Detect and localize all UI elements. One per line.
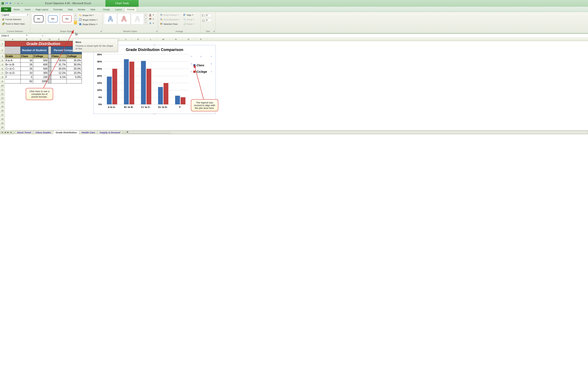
wordart-launcher-icon[interactable]: ◢ — [156, 30, 157, 32]
row-header[interactable]: 15 — [0, 104, 5, 109]
align-button[interactable]: Align ▼ — [183, 13, 196, 17]
table-cell[interactable]: 26 — [21, 62, 33, 67]
table-cell[interactable]: A to A- — [5, 58, 21, 62]
sheet-tab[interactable]: Class Grades — [33, 131, 54, 134]
table-cell[interactable]: 30.0% — [67, 62, 82, 67]
selection-pane-button[interactable]: Selection Pane — [159, 22, 181, 26]
col-header[interactable]: E — [51, 38, 67, 41]
table-cell[interactable]: F — [5, 75, 21, 79]
row-header[interactable]: 12 — [0, 92, 5, 96]
table-cell[interactable]: 10 — [21, 71, 33, 75]
row-header[interactable]: 9 — [0, 79, 5, 83]
qat-dropdown-icon[interactable]: ▼ — [20, 2, 24, 5]
text-outline-button[interactable]: A▼ — [148, 17, 155, 21]
sheet-tab[interactable]: Grade Distribution — [53, 131, 80, 134]
horizontal-scrollbar[interactable]: ◀ — [126, 131, 588, 134]
col-header[interactable]: J — [119, 38, 132, 41]
send-backward-button[interactable]: Send Backward ▼ — [159, 18, 181, 21]
col-header[interactable]: K — [132, 38, 145, 41]
name-box[interactable]: Chart 3▼ — [0, 34, 29, 37]
wordart-style-3[interactable]: A — [131, 13, 144, 24]
shape-width-input[interactable] — [205, 19, 212, 22]
row-header[interactable]: 7 — [0, 71, 5, 75]
sheet-nav-prev-icon[interactable]: ◀ — [4, 131, 6, 133]
row-header[interactable]: 8 — [0, 75, 5, 79]
wordart-style-2[interactable]: A — [117, 13, 130, 24]
tab-view[interactable]: View — [88, 7, 98, 12]
sheet-tab[interactable]: Supply & Demand — [97, 131, 123, 134]
rotate-button[interactable]: Rotate ▼ — [183, 22, 196, 26]
row-header[interactable]: 14 — [0, 100, 5, 104]
table-cell[interactable]: 5.0% — [67, 75, 82, 79]
col-header[interactable]: A — [5, 38, 21, 41]
worksheet[interactable]: ABCDEFGHIJKLMNOP 12345678910111213141516… — [0, 38, 588, 134]
row-header[interactable]: 2 — [0, 47, 5, 54]
shape-height-input[interactable] — [205, 14, 212, 17]
table-cell[interactable]: 30.5% — [51, 67, 67, 71]
shape-style-2[interactable]: Abc — [46, 13, 60, 24]
tab-format[interactable]: Format — [125, 7, 137, 12]
table-cell[interactable]: 15.0% — [67, 71, 82, 75]
table-cell[interactable]: 500 — [33, 67, 48, 71]
table-cell[interactable]: C+ to C- — [5, 67, 21, 71]
gallery-up-button[interactable]: ▲ — [74, 13, 77, 17]
row-header[interactable]: 3 — [0, 54, 5, 58]
col-header[interactable]: O — [182, 38, 195, 41]
sheet-nav-last-icon[interactable]: ⏭ — [10, 131, 12, 133]
tab-data[interactable]: Data — [65, 7, 75, 12]
table-cell[interactable]: 5 — [21, 75, 33, 79]
col-header[interactable]: P — [195, 38, 207, 41]
file-tab[interactable]: File — [1, 7, 11, 12]
table-cell[interactable]: B+ to B- — [5, 62, 21, 67]
table-cell[interactable]: 25.0% — [67, 67, 82, 71]
save-icon[interactable] — [5, 2, 8, 5]
table-cell[interactable]: 16 — [21, 58, 33, 62]
bring-forward-button[interactable]: Bring Forward ▼ — [159, 13, 181, 17]
undo-icon[interactable] — [9, 2, 12, 5]
fx-label[interactable]: fx — [40, 35, 45, 37]
gallery-down-button[interactable]: ▼ — [74, 17, 77, 20]
col-header[interactable]: M — [157, 38, 170, 41]
sheet-tab[interactable]: Health Care — [79, 131, 98, 134]
wordart-gallery-down[interactable]: ▼ — [144, 17, 147, 20]
row-header[interactable]: 17 — [0, 113, 5, 117]
col-header[interactable]: D — [48, 38, 51, 41]
table-cell[interactable]: 12.2% — [51, 71, 67, 75]
shape-style-3[interactable]: Abc — [60, 13, 74, 24]
table-cell[interactable]: 19.5% — [51, 58, 67, 62]
row-header[interactable]: 16 — [0, 109, 5, 113]
shape-outline-button[interactable]: Shape Outline ▼ — [78, 18, 98, 21]
size-launcher-icon[interactable]: ◢ — [213, 30, 215, 32]
shape-fill-button[interactable]: Shape Fill ▼ — [78, 13, 98, 17]
table-cell[interactable]: 500 — [33, 58, 48, 62]
table-cell[interactable] — [5, 79, 21, 83]
print-icon[interactable] — [16, 2, 20, 5]
wordart-style-1[interactable]: A — [104, 13, 117, 24]
row-header[interactable]: 6 — [0, 67, 5, 71]
text-effects-button[interactable]: A▼ — [148, 21, 155, 25]
table-cell[interactable]: 31.7% — [51, 62, 67, 67]
col-header[interactable]: C — [33, 38, 48, 41]
col-header[interactable]: B — [21, 38, 33, 41]
chart-element-dropdown[interactable]: Legend▼ — [1, 13, 29, 17]
tab-home[interactable]: Home — [11, 7, 22, 12]
table-cell[interactable]: 100 — [33, 75, 48, 79]
row-header[interactable]: 18 — [0, 117, 5, 121]
wordart-gallery-up[interactable]: ▲ — [144, 13, 147, 17]
wordart-gallery-more[interactable]: ▾ — [144, 20, 147, 24]
row-header[interactable]: 20 — [0, 125, 5, 130]
excel-icon[interactable]: X — [1, 2, 4, 5]
row-header[interactable]: 11 — [0, 88, 5, 92]
sheet-nav-first-icon[interactable]: ⏮ — [1, 131, 4, 133]
row-header[interactable]: 19 — [0, 121, 5, 125]
tab-design[interactable]: Design — [100, 7, 113, 12]
tab-formulas[interactable]: Formulas — [51, 7, 65, 12]
group-button[interactable]: Group ▼ — [183, 18, 196, 21]
shape-styles-launcher-icon[interactable]: ◢ — [100, 30, 102, 32]
sheet-nav-next-icon[interactable]: ▶ — [7, 131, 9, 133]
table-cell[interactable]: 6.1% — [51, 75, 67, 79]
col-header[interactable]: N — [170, 38, 182, 41]
table-cell[interactable]: 2000 — [33, 79, 48, 83]
shape-effects-button[interactable]: Shape Effects ▼ — [78, 22, 98, 26]
sheet-tab[interactable]: Stock Trend — [14, 131, 34, 134]
